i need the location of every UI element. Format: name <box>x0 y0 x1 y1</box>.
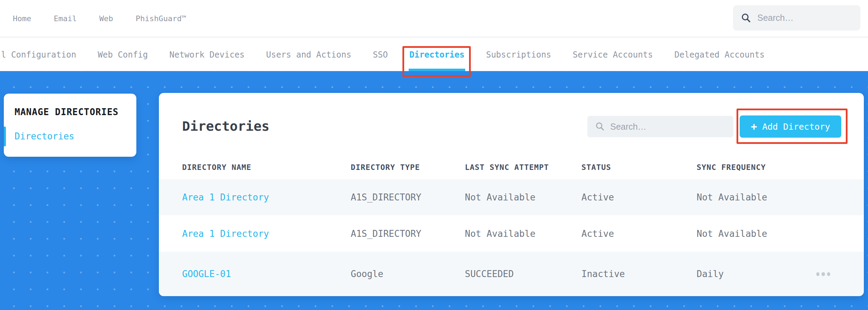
directories-panel-body: Directories + Add Directory DIRECTORY NA… <box>159 93 864 296</box>
tab-web-config[interactable]: Web Config <box>98 38 148 71</box>
table-row: Area 1 Directory A1S_DIRECTORY Not Avail… <box>159 179 864 215</box>
last-sync-cell: SUCCEEDED <box>465 269 581 279</box>
search-icon <box>595 122 605 131</box>
status-cell: Inactive <box>581 269 697 279</box>
tab-configuration[interactable]: l Configuration <box>1 38 76 71</box>
tab-delegated-accounts[interactable]: Delegated Accounts <box>674 38 765 71</box>
directory-name-link[interactable]: GOOGLE-01 <box>182 269 351 279</box>
sidebar-active-indicator <box>4 127 6 146</box>
column-header-sync-frequency: SYNC FREQUENCY <box>697 163 816 172</box>
global-search[interactable] <box>733 5 860 31</box>
tab-sso[interactable]: SSO <box>373 38 388 71</box>
panel-title: Directories <box>182 119 270 134</box>
tab-network-devices[interactable]: Network Devices <box>169 38 245 71</box>
table-header-row: DIRECTORY NAME DIRECTORY TYPE LAST SYNC … <box>159 155 864 179</box>
search-icon <box>741 13 751 23</box>
content-canvas: MANAGE DIRECTORIES Directories Directori… <box>0 71 868 310</box>
directory-type-cell: A1S_DIRECTORY <box>351 229 465 239</box>
column-header-directory-name: DIRECTORY NAME <box>182 163 351 172</box>
top-nav-item-web[interactable]: Web <box>99 14 113 23</box>
app-window: Home Email Web PhishGuard™ l Configurati… <box>0 0 868 310</box>
manage-directories-card: MANAGE DIRECTORIES Directories <box>4 94 136 157</box>
tab-directories[interactable]: Directories <box>409 38 465 71</box>
sync-frequency-cell: Daily <box>697 269 816 279</box>
table-row: Area 1 Directory A1S_DIRECTORY Not Avail… <box>159 215 864 252</box>
tab-users-and-actions[interactable]: Users and Actions <box>266 38 351 71</box>
top-nav-item-email[interactable]: Email <box>54 14 77 23</box>
status-cell: Active <box>581 192 697 203</box>
directories-search[interactable] <box>587 116 733 137</box>
directory-name-link[interactable]: Area 1 Directory <box>182 229 351 239</box>
directory-name-link[interactable]: Area 1 Directory <box>182 192 351 203</box>
tab-directories-label: Directories <box>409 50 465 60</box>
sync-frequency-cell: Not Available <box>697 229 816 239</box>
plus-icon: + <box>751 121 757 132</box>
table-row: GOOGLE-01 Google SUCCEEDED Inactive Dail… <box>159 252 864 296</box>
add-directory-button[interactable]: + Add Directory <box>740 115 841 138</box>
column-header-status: STATUS <box>581 163 697 172</box>
add-directory-button-label: Add Directory <box>762 122 830 132</box>
directories-panel: Directories + Add Directory DIRECTORY NA… <box>159 93 864 296</box>
tab-service-accounts[interactable]: Service Accounts <box>573 38 653 71</box>
directories-search-input[interactable] <box>610 122 726 132</box>
last-sync-cell: Not Available <box>465 229 581 239</box>
tab-subscriptions[interactable]: Subscriptions <box>486 38 551 71</box>
global-search-input[interactable] <box>757 13 868 23</box>
top-nav-item-phishguard[interactable]: PhishGuard™ <box>136 14 186 23</box>
top-nav-item-home[interactable]: Home <box>13 14 31 23</box>
top-nav: Home Email Web PhishGuard™ <box>0 0 868 37</box>
row-actions-menu-icon[interactable] <box>816 272 830 276</box>
sidebar-item-directories[interactable]: Directories <box>15 131 74 141</box>
sync-frequency-cell: Not Available <box>697 192 816 203</box>
last-sync-cell: Not Available <box>465 192 581 203</box>
directory-type-cell: Google <box>351 269 465 279</box>
sidebar-card-title: MANAGE DIRECTORIES <box>15 107 119 117</box>
directories-table: DIRECTORY NAME DIRECTORY TYPE LAST SYNC … <box>159 155 864 296</box>
settings-sub-nav: l Configuration Web Config Network Devic… <box>0 38 868 71</box>
column-header-directory-type: DIRECTORY TYPE <box>351 163 465 172</box>
column-header-last-sync-attempt: LAST SYNC ATTEMPT <box>465 163 581 172</box>
status-cell: Active <box>581 229 697 239</box>
directory-type-cell: A1S_DIRECTORY <box>351 192 465 203</box>
